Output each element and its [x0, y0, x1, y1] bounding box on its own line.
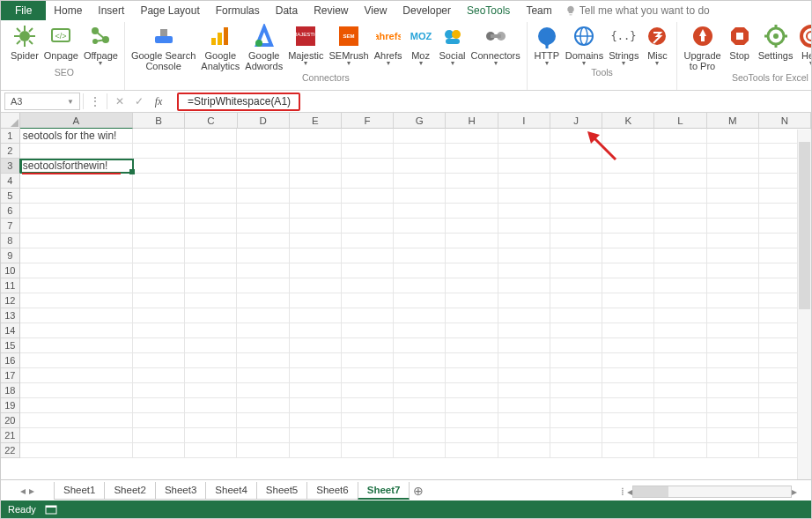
cell[interactable]	[133, 383, 185, 398]
cell[interactable]	[654, 174, 706, 189]
social-button[interactable]: Social▾	[437, 22, 469, 71]
cell[interactable]	[550, 159, 602, 174]
cell[interactable]	[602, 278, 654, 293]
cell[interactable]	[20, 308, 133, 323]
cell[interactable]	[498, 338, 550, 353]
sheet-tab-sheet6[interactable]: Sheet6	[306, 482, 358, 500]
cell[interactable]	[237, 383, 289, 398]
cell[interactable]	[342, 398, 394, 413]
cell[interactable]	[550, 443, 602, 458]
cell[interactable]	[237, 398, 289, 413]
row-header-13[interactable]: 13	[1, 308, 20, 323]
cell[interactable]	[707, 219, 759, 234]
cell[interactable]	[20, 428, 133, 443]
tab-formulas[interactable]: Formulas	[208, 1, 268, 20]
http-button[interactable]: HTTP▾	[531, 22, 563, 66]
cell[interactable]	[237, 308, 289, 323]
col-header-A[interactable]: A	[20, 113, 133, 129]
cell[interactable]	[602, 189, 654, 204]
cell[interactable]	[707, 189, 759, 204]
cell[interactable]	[342, 159, 394, 174]
vertical-scrollbar[interactable]	[797, 130, 811, 479]
cell[interactable]	[133, 338, 185, 353]
cell[interactable]	[133, 204, 185, 219]
cell[interactable]	[707, 234, 759, 248]
cell[interactable]	[498, 353, 550, 368]
cell[interactable]	[290, 428, 342, 443]
cell[interactable]	[133, 398, 185, 413]
cell[interactable]	[394, 338, 446, 353]
cell[interactable]	[707, 383, 759, 398]
cell[interactable]	[290, 413, 342, 428]
cell[interactable]	[654, 248, 706, 263]
cell[interactable]	[446, 144, 498, 159]
tab-page-layout[interactable]: Page Layout	[132, 1, 207, 20]
cell[interactable]	[654, 144, 706, 159]
cell[interactable]	[654, 308, 706, 323]
row-header-14[interactable]: 14	[1, 323, 20, 338]
tab-team[interactable]: Team	[518, 1, 559, 20]
cell[interactable]	[602, 129, 654, 144]
cell[interactable]	[602, 144, 654, 159]
strings-button[interactable]: {..}Strings▾	[606, 22, 641, 66]
cell[interactable]	[185, 308, 237, 323]
domains-button[interactable]: Domains▾	[563, 22, 606, 66]
cell[interactable]	[707, 278, 759, 293]
cell[interactable]	[237, 278, 289, 293]
cell[interactable]	[185, 413, 237, 428]
cell[interactable]	[290, 278, 342, 293]
cell[interactable]	[133, 308, 185, 323]
cell[interactable]	[707, 368, 759, 383]
connectors-button[interactable]: Connectors▾	[469, 22, 523, 71]
cell[interactable]	[654, 398, 706, 413]
cell[interactable]	[133, 144, 185, 159]
tab-view[interactable]: View	[357, 1, 395, 20]
cell[interactable]	[498, 413, 550, 428]
cell[interactable]	[707, 338, 759, 353]
cell[interactable]	[290, 248, 342, 263]
cell[interactable]	[498, 234, 550, 248]
cell[interactable]	[342, 263, 394, 278]
cell[interactable]	[602, 293, 654, 308]
cell[interactable]	[446, 248, 498, 263]
cell[interactable]	[602, 263, 654, 278]
cell[interactable]	[20, 353, 133, 368]
cell[interactable]	[550, 398, 602, 413]
cell[interactable]	[20, 234, 133, 248]
cell[interactable]	[394, 443, 446, 458]
cell[interactable]	[237, 219, 289, 234]
cell[interactable]	[654, 323, 706, 338]
cell[interactable]	[133, 234, 185, 248]
cell[interactable]	[550, 248, 602, 263]
cell[interactable]	[446, 278, 498, 293]
cell[interactable]	[394, 398, 446, 413]
row-header-12[interactable]: 12	[1, 293, 20, 308]
cell[interactable]	[654, 278, 706, 293]
cell[interactable]	[290, 368, 342, 383]
cell[interactable]	[498, 308, 550, 323]
cell[interactable]	[446, 219, 498, 234]
cell[interactable]	[498, 383, 550, 398]
cell[interactable]	[654, 204, 706, 219]
cell[interactable]	[654, 368, 706, 383]
cell[interactable]	[342, 428, 394, 443]
row-header-22[interactable]: 22	[1, 443, 20, 458]
cell[interactable]	[446, 383, 498, 398]
cell[interactable]	[394, 159, 446, 174]
cell[interactable]	[342, 338, 394, 353]
cell[interactable]	[602, 204, 654, 219]
cell[interactable]	[185, 174, 237, 189]
cell[interactable]	[707, 428, 759, 443]
cell[interactable]	[446, 263, 498, 278]
cell[interactable]	[185, 159, 237, 174]
row-header-2[interactable]: 2	[1, 144, 20, 159]
tab-insert[interactable]: Insert	[90, 1, 132, 20]
cell[interactable]	[446, 308, 498, 323]
cell[interactable]	[550, 278, 602, 293]
cell[interactable]	[237, 443, 289, 458]
cell[interactable]	[20, 144, 133, 159]
cell[interactable]	[602, 383, 654, 398]
cell[interactable]	[707, 413, 759, 428]
cell[interactable]	[550, 383, 602, 398]
semrush-button[interactable]: SEMSEMrush▾	[326, 22, 371, 71]
